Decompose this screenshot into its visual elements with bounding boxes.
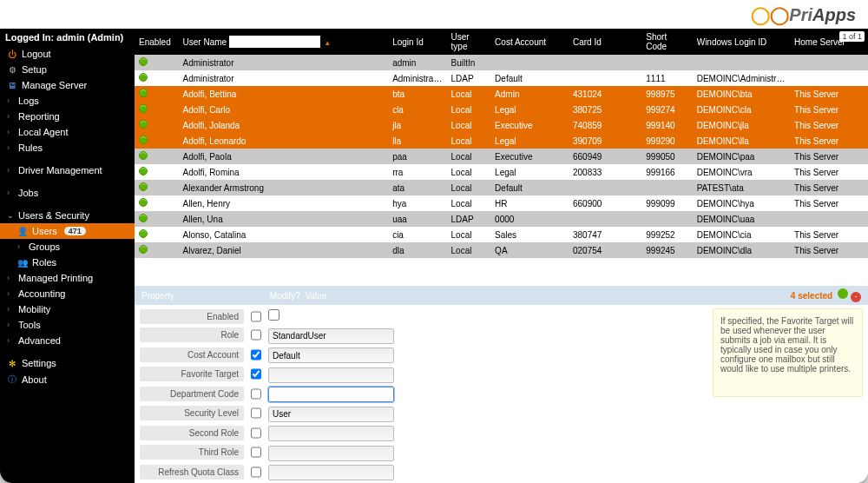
table-row[interactable]: AdministratoradminBuiltIn [135,55,868,70]
cell-usertype: BuiltIn [447,55,491,70]
val-deptcode[interactable] [268,387,394,402]
table-row[interactable]: Adolfi, JolandajlaLocalExecutive74085999… [135,117,868,133]
val-favoritetarget[interactable] [268,367,394,383]
nav-reporting[interactable]: ›Reporting [0,109,135,124]
modify-secondrole-chk[interactable] [251,427,261,439]
cell-cardid: 380747 [569,227,641,242]
detail-header-bar: Property Modify? Value 4 selected - [135,286,868,305]
apply-button[interactable] [838,288,848,299]
table-row[interactable]: Adolfi, CarloclaLocalLegal380725999274DE… [135,102,868,117]
nav-users-security[interactable]: ⌄Users & Security [0,208,135,223]
nav-settings[interactable]: ✻Settings [0,355,135,371]
table-row[interactable]: Adolfi, BettinabtaLocalAdmin431024998975… [135,86,868,102]
modify-costaccount-chk[interactable] [251,349,261,361]
cell-loginid: uaa [388,211,446,227]
nav-logs[interactable]: ›Logs [0,93,135,109]
cell-costaccount: Legal [490,102,569,117]
col-costaccount[interactable]: Cost Account [490,29,569,55]
nav-roles[interactable]: 👥Roles [0,255,135,270]
modify-enabled-chk[interactable] [251,311,261,322]
cell-usertype: LDAP [447,70,491,86]
val-thirdrole[interactable] [268,446,394,461]
nav-label: Advanced [18,335,61,346]
col-shortcode[interactable]: Short Code [641,29,692,55]
cell-shortcode: 1111 [641,70,692,86]
enabled-icon [139,198,148,207]
nav-managed-printing[interactable]: ›Managed Printing [0,270,135,286]
cell-costaccount [490,55,569,70]
nav-logout[interactable]: ⏻Logout [0,46,135,62]
modify-role-chk[interactable] [251,329,261,341]
col-cardid[interactable]: Card Id [569,29,641,55]
table-row[interactable]: Allen, UnauaaLDAP0000DEMOINC\uaa [135,211,868,227]
selected-count: 4 selected [791,291,832,301]
logo-bar: ◯◯PriApps [0,0,868,29]
enabled-icon [139,120,148,129]
table-row[interactable]: Alonso, CatalinaciaLocalSales38074799925… [135,227,868,242]
modify-refreshquota-chk[interactable] [251,466,261,478]
cell-costaccount: HR [490,195,569,211]
cell-winlogin: DEMOINC\lla [693,133,790,149]
col-homeserver[interactable]: Home Server1 of 1 [790,29,868,55]
nav-label: Settings [22,358,56,368]
val-refreshquota[interactable] [268,465,394,480]
nav-advanced[interactable]: ›Advanced [0,333,135,348]
nav-accounting[interactable]: ›Accounting [0,286,135,301]
nav-about[interactable]: ⓘAbout [0,371,135,388]
cell-username: Administrator [179,55,389,70]
chevron-right-icon: › [7,143,14,152]
cell-loginid: cla [388,102,446,117]
nav-rules[interactable]: ›Rules [0,140,135,155]
val-costaccount[interactable] [268,347,394,363]
lbl-deptcode: Department Code [140,387,244,401]
cell-usertype: Local [447,102,491,117]
val-enabled-chk[interactable] [268,309,279,321]
username-search-input[interactable] [229,36,320,48]
cell-cardid: 660949 [569,149,641,164]
nav-manage-server[interactable]: 🖥Manage Server [0,77,135,93]
cell-cardid: 380725 [569,102,641,117]
cell-homeserver: This Server [790,133,868,149]
pager[interactable]: 1 of 1 [839,31,865,42]
table-row[interactable]: Allen, HenryhyaLocalHR660900999099DEMOIN… [135,195,868,211]
col-winlogin[interactable]: Windows Login ID [693,29,790,55]
nav-setup[interactable]: ⚙Setup [0,62,135,77]
col-loginid[interactable]: Login Id [388,29,446,55]
modify-deptcode-chk[interactable] [251,388,261,400]
nav-local-agent[interactable]: ›Local Agent [0,124,135,140]
cell-cardid: 740859 [569,117,641,133]
table-row[interactable]: Alexander ArmstrongataLocalDefaultPATEST… [135,180,868,195]
nav-users[interactable]: 👤Users471 [0,223,135,239]
col-usertype[interactable]: User type [447,29,491,55]
col-label: Home Server [794,37,845,47]
table-row[interactable]: Adolfi, PaolapaaLocalExecutive6609499990… [135,149,868,164]
monitor-icon: 🖥 [7,81,17,90]
table-row[interactable]: Alvarez, DanieldlaLocalQA020754999245DEM… [135,242,868,258]
modify-securitylevel-chk[interactable] [251,407,261,419]
nav-tools[interactable]: ›Tools [0,317,135,333]
enabled-icon [139,104,148,113]
detail-body: Enabled Role Cost Account Favorite Targe… [135,305,868,483]
nav-mobility[interactable]: ›Mobility [0,301,135,317]
val-role[interactable] [268,328,394,344]
info-icon: ⓘ [7,374,17,386]
nav-groups[interactable]: ›Groups [0,239,135,255]
nav-label: Jobs [18,188,38,198]
cancel-button[interactable]: - [851,292,861,302]
modify-favoritetarget-chk[interactable] [251,368,261,380]
cell-homeserver: This Server [790,86,868,102]
nav-driver-management[interactable]: ›Driver Management [0,162,135,178]
val-securitylevel[interactable] [268,407,394,422]
cell-shortcode [641,180,692,195]
modify-thirdrole-chk[interactable] [251,447,261,458]
brand-logo: ◯◯PriApps [751,4,856,25]
nav-jobs[interactable]: ›Jobs [0,185,135,201]
table-row[interactable]: Adolfi, RominarraLocalLegal200833999166D… [135,164,868,180]
col-enabled[interactable]: Enabled [135,29,179,55]
col-username[interactable]: User Name▲ [179,29,389,55]
table-row[interactable]: AdministratorAdministratorLDAPDefault111… [135,70,868,86]
cell-username: Adolfi, Leonardo [179,133,389,149]
cell-costaccount: QA [490,242,569,258]
val-secondrole[interactable] [268,426,394,441]
table-row[interactable]: Adolfi, LeonardollaLocalLegal39070999929… [135,133,868,149]
